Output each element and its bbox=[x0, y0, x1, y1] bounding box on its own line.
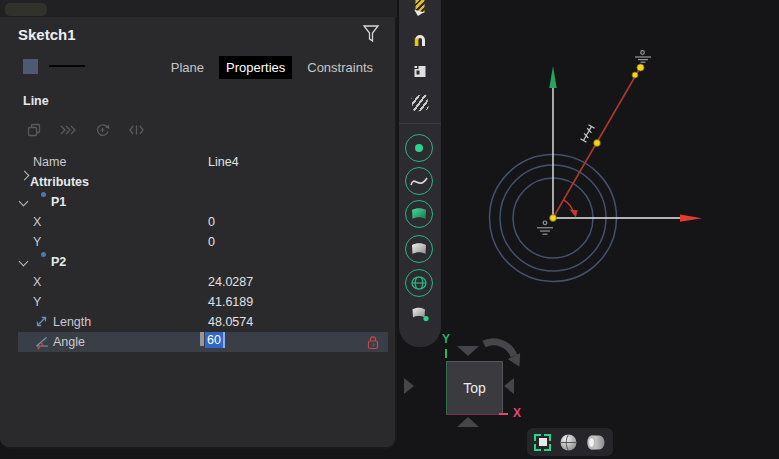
rotate-down-arrow-icon[interactable] bbox=[457, 417, 479, 427]
tab-constraints[interactable]: Constraints bbox=[300, 56, 380, 79]
angle-icon bbox=[35, 335, 50, 351]
mesh-sphere-tool-icon[interactable] bbox=[405, 269, 433, 297]
property-group-attributes[interactable]: Attributes bbox=[0, 172, 393, 192]
property-row-name[interactable]: Name Line4 bbox=[0, 152, 393, 172]
roll-rotate-icon[interactable] bbox=[474, 332, 522, 374]
line-style-sample[interactable] bbox=[49, 65, 85, 67]
tab-properties[interactable]: Properties bbox=[219, 56, 292, 79]
surface-glyph bbox=[410, 207, 428, 221]
panel-top-strip bbox=[0, 0, 397, 17]
surface-glyph bbox=[410, 242, 428, 256]
length-dimension-icon bbox=[580, 125, 594, 142]
chevron-down-icon[interactable] bbox=[19, 257, 29, 267]
tool-rail bbox=[399, 0, 441, 347]
angle-value-input[interactable]: 60 bbox=[205, 332, 225, 348]
skip-forward-icon[interactable] bbox=[59, 122, 77, 138]
window-tab[interactable] bbox=[5, 3, 47, 16]
surface-gray-tool-icon[interactable] bbox=[405, 235, 433, 263]
y-axis[interactable] bbox=[549, 66, 556, 218]
property-group-p1[interactable]: P1 bbox=[0, 192, 393, 212]
lock-icon[interactable] bbox=[367, 335, 379, 350]
navcube-x-axis-tick bbox=[499, 413, 508, 415]
sheet-point-icon[interactable] bbox=[411, 306, 430, 322]
panel-title: Sketch1 bbox=[18, 26, 76, 43]
entity-type-label: Line bbox=[23, 94, 49, 108]
filter-icon[interactable] bbox=[361, 23, 381, 45]
hole-icon[interactable] bbox=[412, 32, 428, 47]
chevron-right-icon[interactable] bbox=[20, 171, 30, 181]
row-action-toolbar bbox=[26, 122, 145, 138]
spline-tool-icon[interactable] bbox=[405, 167, 433, 195]
style-swatch[interactable] bbox=[23, 59, 38, 74]
spline-glyph bbox=[408, 170, 430, 192]
near-end-point[interactable] bbox=[632, 72, 638, 78]
zoom-fit-icon[interactable] bbox=[534, 434, 551, 451]
point-bullet-icon bbox=[41, 252, 46, 257]
mid-point[interactable] bbox=[594, 140, 601, 147]
origin-point[interactable] bbox=[550, 215, 557, 222]
tab-plane[interactable]: Plane bbox=[164, 56, 211, 79]
rotate-left-arrow-icon[interactable] bbox=[404, 378, 414, 394]
ground-constraint-icon bbox=[635, 51, 651, 63]
property-row-p1x[interactable]: X 0 bbox=[0, 212, 393, 232]
property-group-p2[interactable]: P2 bbox=[0, 252, 393, 272]
duplicate-icon[interactable] bbox=[26, 122, 42, 138]
pocket-icon[interactable] bbox=[413, 64, 428, 79]
property-label: Name bbox=[33, 152, 66, 172]
cad-application: Sketch1 Plane Properties Constraints Lin… bbox=[0, 0, 779, 459]
end-point[interactable] bbox=[637, 64, 644, 71]
surface-green-tool-icon[interactable] bbox=[405, 200, 433, 228]
chevron-down-icon[interactable] bbox=[19, 197, 29, 207]
point-bullet-icon bbox=[41, 192, 46, 197]
point-tool-icon[interactable] bbox=[405, 134, 433, 162]
redo-plus-icon[interactable] bbox=[94, 122, 111, 138]
code-icon[interactable] bbox=[128, 122, 145, 138]
navcube-y-axis-tick bbox=[445, 349, 447, 358]
rotate-right-arrow-icon[interactable] bbox=[504, 378, 514, 394]
property-row-length[interactable]: Length 48.0574 bbox=[0, 312, 393, 332]
navcube-x-axis-label: X bbox=[513, 406, 521, 420]
rail-divider bbox=[399, 123, 441, 124]
projection-icon[interactable] bbox=[585, 433, 606, 452]
property-row-p2x[interactable]: X 24.0287 bbox=[0, 272, 393, 292]
hatch-icon[interactable] bbox=[411, 94, 429, 112]
y-axis-arrowhead-icon bbox=[549, 66, 556, 88]
point-glyph bbox=[415, 144, 423, 152]
property-row-angle[interactable]: Angle 60 bbox=[0, 332, 393, 352]
property-value[interactable]: Line4 bbox=[208, 152, 239, 172]
sketch-points[interactable] bbox=[550, 64, 645, 222]
drill-icon[interactable] bbox=[416, 0, 425, 13]
property-row-p1y[interactable]: Y 0 bbox=[0, 232, 393, 252]
edit-caret-handle[interactable] bbox=[200, 332, 204, 346]
length-icon bbox=[35, 315, 48, 328]
angle-dimension-arc bbox=[564, 200, 578, 218]
navcube-y-axis-label: Y bbox=[442, 332, 450, 346]
ground-constraint-icon bbox=[537, 221, 553, 234]
view-toolbar bbox=[527, 428, 613, 456]
panel-tabs: Plane Properties Constraints bbox=[164, 56, 380, 79]
mesh-sphere-glyph bbox=[410, 275, 428, 291]
x-axis-arrowhead-icon bbox=[680, 215, 702, 222]
orbit-sphere-icon[interactable] bbox=[559, 433, 578, 452]
property-row-p2y[interactable]: Y 41.6189 bbox=[0, 292, 393, 312]
sketch-properties-panel: Sketch1 Plane Properties Constraints Lin… bbox=[0, 17, 397, 449]
